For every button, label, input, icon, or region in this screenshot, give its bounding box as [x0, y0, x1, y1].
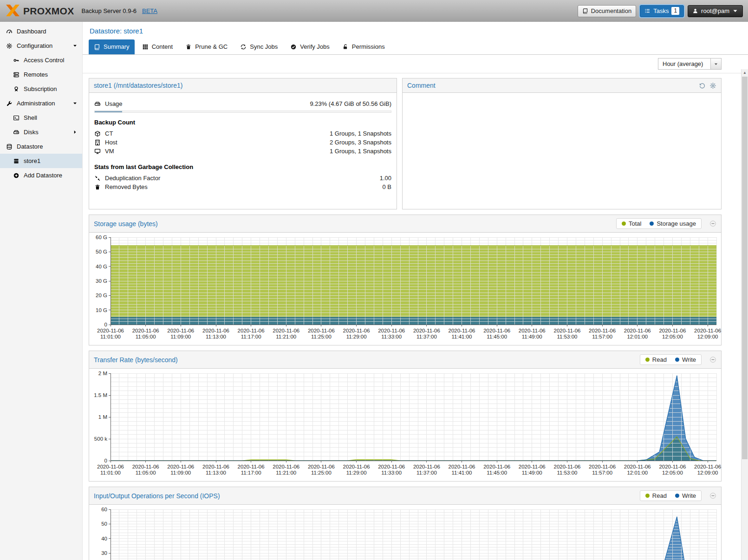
svg-text:12:09:00: 12:09:00 [697, 470, 718, 475]
user-menu-button[interactable]: root@pam [688, 5, 743, 17]
vertical-scrollbar[interactable]: ▲ [741, 69, 748, 560]
sidebar-item-subscription[interactable]: Subscription [0, 82, 82, 96]
sidebar-item-administration[interactable]: Administration [0, 96, 82, 111]
sidebar-item-access-control[interactable]: Access Control [0, 53, 82, 67]
legend-label: Read [652, 356, 667, 363]
svg-text:2020-11-06: 2020-11-06 [589, 328, 616, 333]
check-circle-icon [290, 44, 297, 50]
sidebar-item-store1[interactable]: store1 [0, 154, 82, 168]
combo-trigger-button[interactable] [710, 59, 721, 69]
svg-text:11:25:00: 11:25:00 [311, 334, 332, 339]
tab-summary[interactable]: Summary [89, 39, 135, 54]
tab-permissions[interactable]: Permissions [337, 39, 390, 54]
svg-text:60: 60 [101, 507, 107, 512]
svg-text:10 G: 10 G [96, 307, 107, 313]
gc-row-removed: Removed Bytes 0 B [94, 182, 391, 191]
header-actions: Documentation Tasks 1 root@pam [578, 5, 743, 17]
row-label: Host [105, 139, 117, 146]
legend-dot [645, 358, 650, 362]
usage-progress-bar [94, 111, 391, 113]
caret-down-icon[interactable] [72, 101, 78, 106]
legend-item-write[interactable]: Write [675, 356, 696, 363]
summary-toolbar: Hour (average) [83, 55, 748, 73]
legend-item-read[interactable]: Read [645, 356, 667, 363]
svg-text:40 G: 40 G [96, 264, 107, 269]
comment-settings-button[interactable] [709, 82, 716, 89]
svg-text:2020-11-06: 2020-11-06 [413, 464, 440, 469]
legend-dot [675, 358, 679, 362]
legend-dot [645, 494, 650, 498]
row-value: 2 Groups, 3 Snapshots [330, 139, 391, 146]
svg-text:2020-11-06: 2020-11-06 [378, 464, 405, 469]
iops-chart: 01020304050602020-11-0611:01:002020-11-0… [89, 506, 721, 560]
svg-text:11:21:00: 11:21:00 [276, 334, 296, 339]
datastore-summary-panel: store1 (/mnt/datastores/store1) Usage 9.… [89, 78, 397, 209]
documentation-button[interactable]: Documentation [578, 5, 636, 17]
legend-item-storage-usage[interactable]: Storage usage [650, 220, 696, 227]
beta-link[interactable]: BETA [142, 7, 157, 14]
tab-label: Content [152, 43, 173, 50]
svg-text:2020-11-06: 2020-11-06 [449, 328, 475, 333]
tasks-button[interactable]: Tasks 1 [640, 5, 684, 17]
caret-down-icon[interactable] [72, 43, 78, 48]
sidebar-item-label: Disks [24, 129, 39, 136]
legend-item-total[interactable]: Total [622, 220, 641, 227]
storage-usage-chart: 010 G20 G30 G40 G50 G60 G2020-11-0611:01… [89, 234, 721, 345]
tab-sync-jobs[interactable]: Sync Jobs [235, 39, 283, 54]
collapse-chart-button[interactable] [709, 220, 716, 227]
legend-item-read[interactable]: Read [645, 492, 667, 499]
row-label: Deduplication Factor [105, 175, 160, 182]
svg-text:11:21:00: 11:21:00 [276, 470, 296, 475]
svg-text:11:05:00: 11:05:00 [136, 470, 156, 475]
caret-down-icon [732, 8, 738, 14]
book-icon [94, 44, 100, 50]
tasks-count-badge: 1 [671, 7, 679, 15]
svg-text:11:01:00: 11:01:00 [100, 470, 121, 475]
svg-text:11:45:00: 11:45:00 [487, 470, 507, 475]
collapse-chart-button[interactable] [709, 356, 716, 363]
undo-icon [699, 82, 706, 89]
svg-text:2020-11-06: 2020-11-06 [202, 328, 229, 333]
top-bar: PROXMOX Backup Server 0.9-6 BETA Documen… [0, 0, 748, 22]
scroll-thumb[interactable] [742, 77, 748, 459]
scroll-up-button[interactable]: ▲ [741, 69, 748, 76]
proxmox-brand: PROXMOX [5, 4, 74, 18]
svg-text:2020-11-06: 2020-11-06 [97, 328, 124, 333]
minus-circle-icon [709, 220, 716, 227]
legend-item-write[interactable]: Write [675, 492, 696, 499]
svg-text:11:41:00: 11:41:00 [452, 334, 472, 339]
tab-verify-jobs[interactable]: Verify Jobs [285, 39, 335, 54]
svg-text:2020-11-06: 2020-11-06 [483, 464, 510, 469]
sidebar-item-add-datastore[interactable]: Add Datastore [0, 168, 82, 182]
chevron-right-icon[interactable] [72, 130, 78, 135]
svg-text:2020-11-06: 2020-11-06 [554, 464, 581, 469]
svg-text:12:05:00: 12:05:00 [662, 470, 683, 475]
tab-label: Prune & GC [195, 43, 228, 50]
time-range-combobox[interactable]: Hour (average) [658, 58, 722, 70]
svg-text:2020-11-06: 2020-11-06 [202, 464, 229, 469]
usage-progress-fill [95, 111, 122, 112]
collapse-chart-button[interactable] [709, 492, 716, 499]
user-icon [692, 8, 698, 14]
gear-icon [709, 82, 716, 89]
sidebar-item-datastore[interactable]: Datastore [0, 139, 82, 154]
backup-count-title: Backup Count [94, 119, 391, 126]
chart-body: 01020304050602020-11-0611:01:002020-11-0… [89, 505, 721, 560]
svg-text:11:01:00: 11:01:00 [100, 334, 121, 339]
sidebar-item-configuration[interactable]: Configuration [0, 39, 82, 53]
sidebar-item-dashboard[interactable]: Dashboard [0, 24, 82, 39]
chart-legend: ReadWrite [640, 354, 702, 365]
tab-label: Verify Jobs [300, 43, 330, 50]
backup-count-row-vm: VM 1 Groups, 1 Snapshots [94, 147, 391, 156]
svg-text:1 M: 1 M [98, 414, 107, 420]
gc-row-dedup: Deduplication Factor 1.00 [94, 174, 391, 182]
tab-content[interactable]: Content [137, 39, 178, 54]
reload-comment-button[interactable] [699, 82, 706, 89]
sidebar-item-remotes[interactable]: Remotes [0, 67, 82, 82]
sidebar-item-disks[interactable]: Disks [0, 125, 82, 139]
tab-prune-gc[interactable]: Prune & GC [180, 39, 233, 54]
sidebar-item-shell[interactable]: Shell [0, 111, 82, 125]
chart-legend: TotalStorage usage [616, 218, 702, 229]
comment-content[interactable] [403, 93, 721, 99]
svg-text:2020-11-06: 2020-11-06 [343, 328, 370, 333]
